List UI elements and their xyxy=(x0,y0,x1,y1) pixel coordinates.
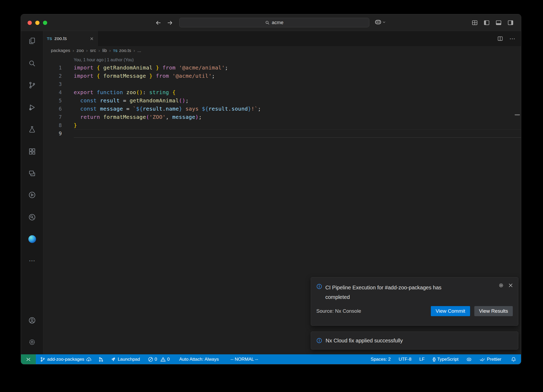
code-line[interactable]: 4export function zoo(): string { xyxy=(43,88,521,97)
source-control-icon[interactable] xyxy=(28,81,36,89)
toggle-panel-icon[interactable] xyxy=(496,20,502,26)
line-number: 7 xyxy=(43,113,62,121)
git-branch-icon xyxy=(40,357,45,362)
view-results-button[interactable]: View Results xyxy=(474,306,513,316)
close-window-button[interactable] xyxy=(28,21,32,25)
status-bar-right: Spaces: 2 UTF-8 LF {} TypeScript Prettie… xyxy=(371,357,521,362)
eol-status[interactable]: LF xyxy=(419,357,425,362)
language-mode-status[interactable]: {} TypeScript xyxy=(432,357,458,362)
line-number: 4 xyxy=(43,88,62,97)
breadcrumb-file[interactable]: zoo.ts xyxy=(119,48,131,53)
tab-zoo-ts[interactable]: TS zoo.ts xyxy=(43,31,98,46)
line-number: 1 xyxy=(43,64,62,72)
copilot-icon xyxy=(466,357,472,362)
breadcrumb-separator-icon: › xyxy=(73,48,74,53)
breadcrumb[interactable]: packages›zoo›src›lib›TSzoo.ts›... xyxy=(43,46,521,55)
cloud-upload-icon xyxy=(86,357,91,362)
edge-devtools-icon[interactable] xyxy=(28,235,36,243)
forward-button[interactable] xyxy=(167,19,173,26)
extensions-icon[interactable] xyxy=(28,147,36,155)
customize-layout-icon[interactable] xyxy=(472,20,478,26)
bell-icon xyxy=(511,357,516,362)
code-line[interactable]: 8} xyxy=(43,121,521,129)
circle-play-icon[interactable] xyxy=(28,191,36,199)
remote-windows-icon[interactable] xyxy=(28,169,36,177)
search-bar[interactable]: acme xyxy=(179,18,369,27)
code-line[interactable]: 3 xyxy=(43,80,521,88)
notification-toast-nx-cloud: Nx Cloud fix applied successfully xyxy=(311,332,518,350)
zoom-window-button[interactable] xyxy=(43,21,47,25)
auto-attach-status[interactable]: Auto Attach: Always xyxy=(179,357,219,362)
line-number: 3 xyxy=(43,80,62,88)
code-line[interactable]: 9 xyxy=(43,129,521,138)
breadcrumb-item[interactable]: zoo xyxy=(76,48,84,53)
vim-mode-status[interactable]: -- NORMAL -- xyxy=(230,357,258,362)
back-button[interactable] xyxy=(155,19,162,26)
tab-bar: TS zoo.ts ⋯ xyxy=(43,31,521,46)
breadcrumb-item[interactable]: lib xyxy=(102,48,107,53)
search-icon xyxy=(265,20,270,25)
code-search-icon[interactable] xyxy=(28,213,36,221)
line-number: 9 xyxy=(43,129,62,138)
more-views-icon[interactable]: ⋯ xyxy=(28,257,36,265)
notification-settings-gear-icon[interactable] xyxy=(498,283,504,288)
explorer-icon[interactable] xyxy=(28,37,36,45)
testing-icon[interactable] xyxy=(28,125,36,133)
code-line[interactable]: 5 const result = getRandomAnimal(); xyxy=(43,97,521,105)
tab-label: zoo.ts xyxy=(54,36,67,41)
code-line[interactable]: 6 const message = `${result.name} says $… xyxy=(43,105,521,113)
split-editor-icon[interactable] xyxy=(497,36,503,41)
breadcrumb-overflow[interactable]: ... xyxy=(137,48,141,53)
code-line[interactable]: 7 return formatMessage('ZOO', message); xyxy=(43,113,521,121)
back-arrow-icon xyxy=(155,20,161,26)
account-icon[interactable] xyxy=(28,316,36,324)
indentation-status[interactable]: Spaces: 2 xyxy=(371,357,391,362)
title-bar: acme xyxy=(21,14,521,31)
branch-status[interactable]: add-zoo-packages xyxy=(40,357,91,362)
copilot-menu-button[interactable] xyxy=(375,19,386,25)
encoding-status[interactable]: UTF-8 xyxy=(399,357,411,362)
close-tab-button[interactable] xyxy=(90,37,94,41)
code-line[interactable]: 2import { formatMessage } from '@acme/ut… xyxy=(43,72,521,80)
code-line[interactable]: 1import { getRandomAnimal } from '@acme/… xyxy=(43,64,521,72)
braces-icon: {} xyxy=(432,357,435,362)
more-actions-icon[interactable]: ⋯ xyxy=(509,36,515,41)
search-view-icon[interactable] xyxy=(28,59,36,67)
line-number: 8 xyxy=(43,121,62,129)
ts-file-icon: TS xyxy=(113,49,118,53)
minimize-window-button[interactable] xyxy=(35,21,40,25)
close-icon xyxy=(90,37,94,41)
info-icon xyxy=(316,338,322,343)
problems-status[interactable]: 0 0 xyxy=(148,357,170,362)
settings-gear-icon[interactable] xyxy=(28,338,36,346)
breadcrumb-separator-icon: › xyxy=(134,48,135,53)
notifications-bell[interactable] xyxy=(511,357,516,362)
copilot-status[interactable] xyxy=(466,357,472,362)
toggle-primary-sidebar-icon[interactable] xyxy=(484,20,490,26)
line-number: 5 xyxy=(43,97,62,105)
editor-actions: ⋯ xyxy=(497,31,515,46)
launchpad-status[interactable]: Launchpad xyxy=(111,357,140,362)
git-blame-annotation[interactable]: You, 1 hour ago | 1 author (You) xyxy=(74,57,521,63)
pull-request-icon xyxy=(98,357,104,362)
run-and-debug-icon[interactable] xyxy=(28,103,36,111)
remote-icon xyxy=(26,357,31,362)
toggle-secondary-sidebar-icon[interactable] xyxy=(507,20,514,26)
pull-request-status[interactable] xyxy=(98,357,104,362)
breadcrumb-separator-icon: › xyxy=(109,48,111,53)
launchpad-label: Launchpad xyxy=(118,357,140,362)
view-commit-button[interactable]: View Commit xyxy=(431,306,470,316)
chevron-down-icon xyxy=(382,20,386,24)
remote-indicator[interactable] xyxy=(21,354,36,364)
breadcrumb-item[interactable]: src xyxy=(90,48,96,53)
breadcrumb-item[interactable]: packages xyxy=(51,48,70,53)
notification-close-icon[interactable] xyxy=(508,283,513,288)
code-lines: 1import { getRandomAnimal } from '@acme/… xyxy=(43,64,521,138)
formatter-status[interactable]: Prettier xyxy=(480,357,501,362)
warning-count: 0 xyxy=(167,357,169,362)
search-value: acme xyxy=(272,20,283,25)
rocket-icon xyxy=(111,357,116,362)
desktop: { "titlebar": { "search_value": "acme" }… xyxy=(0,0,543,392)
breadcrumb-separator-icon: › xyxy=(86,48,88,53)
notification-message: CI Pipeline Execution for #add-zoo-packa… xyxy=(325,283,458,302)
